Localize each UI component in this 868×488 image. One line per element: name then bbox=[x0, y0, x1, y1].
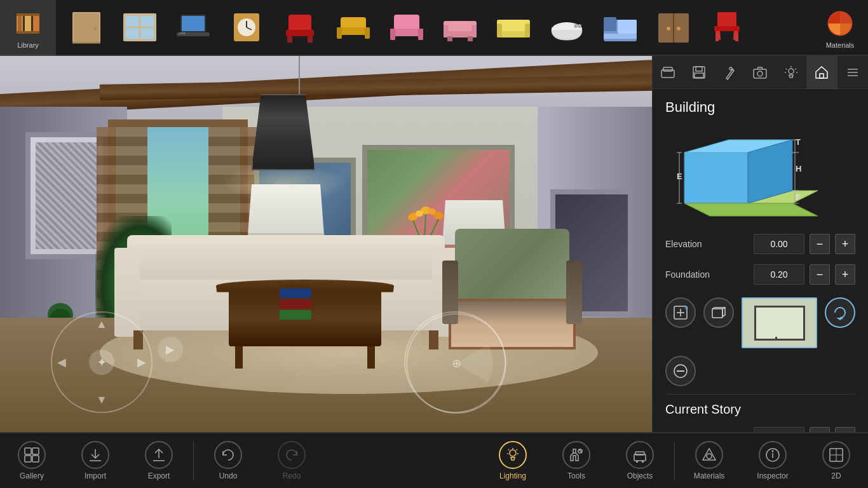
svg-marker-95 bbox=[684, 152, 748, 203]
nav-down-arrow[interactable]: ▼ bbox=[96, 393, 107, 407]
svg-rect-32 bbox=[390, 29, 395, 40]
slab-plus-button[interactable]: + bbox=[835, 427, 855, 432]
furniture-red-dining-chair[interactable] bbox=[702, 4, 752, 50]
svg-text:T: T bbox=[796, 137, 801, 147]
svg-rect-124 bbox=[25, 448, 31, 454]
svg-rect-3 bbox=[33, 13, 39, 34]
furniture-window[interactable] bbox=[114, 4, 165, 50]
panel-camera-icon[interactable] bbox=[745, 56, 775, 89]
import-button[interactable]: Import bbox=[64, 433, 127, 488]
svg-point-145 bbox=[707, 454, 712, 459]
materials-icon bbox=[822, 6, 858, 41]
2d-button[interactable]: 2D bbox=[804, 433, 868, 488]
svg-rect-4 bbox=[17, 31, 39, 34]
svg-marker-98 bbox=[684, 203, 818, 216]
undo-button[interactable]: Undo bbox=[196, 433, 260, 488]
foundation-row: Foundation − + bbox=[653, 259, 868, 290]
materials-button-bottom[interactable]: Materials bbox=[677, 433, 741, 488]
svg-rect-22 bbox=[288, 15, 311, 32]
svg-point-55 bbox=[677, 27, 681, 30]
furniture-wardrobe[interactable] bbox=[648, 4, 699, 50]
furniture-door[interactable] bbox=[61, 4, 112, 50]
view-3d-button[interactable] bbox=[703, 297, 734, 328]
svg-rect-33 bbox=[418, 29, 423, 40]
svg-text:+: + bbox=[684, 304, 688, 311]
separator-1 bbox=[193, 442, 194, 480]
gallery-button[interactable]: Gallery bbox=[0, 433, 64, 488]
materials-label: Materials bbox=[826, 41, 855, 49]
svg-rect-117 bbox=[712, 309, 722, 318]
svg-rect-36 bbox=[444, 25, 449, 37]
furniture-clock[interactable] bbox=[221, 4, 272, 50]
nav-joystick-right[interactable]: ⊕ bbox=[404, 311, 506, 413]
svg-rect-28 bbox=[337, 27, 342, 39]
objects-label: Objects bbox=[627, 471, 653, 480]
slab-minus-button[interactable]: − bbox=[810, 427, 830, 432]
svg-rect-80 bbox=[695, 73, 703, 78]
rotate-plan-button[interactable] bbox=[825, 297, 855, 328]
svg-rect-79 bbox=[696, 67, 702, 71]
furniture-red-chair[interactable] bbox=[275, 4, 325, 50]
svg-point-54 bbox=[667, 27, 670, 30]
objects-button[interactable]: Objects bbox=[608, 433, 672, 488]
nav-joystick-left[interactable]: ▲ ▼ ◀ ▶ ✦ bbox=[51, 311, 153, 413]
foundation-input[interactable] bbox=[754, 264, 804, 285]
room-scene: ▲ ▼ ◀ ▶ ✦ ▶ ⊕ bbox=[0, 56, 665, 432]
furniture-pink-sofa[interactable] bbox=[435, 4, 485, 50]
library-icon bbox=[10, 6, 46, 41]
add-story-above-button[interactable]: + bbox=[665, 297, 696, 328]
panel-list-icon[interactable] bbox=[837, 56, 868, 89]
svg-rect-77 bbox=[663, 67, 672, 71]
right-panel: Building T H E F bbox=[652, 56, 868, 432]
nav-right-arrow[interactable]: ▶ bbox=[137, 355, 146, 369]
lighting-button[interactable]: Lighting bbox=[481, 433, 545, 488]
svg-rect-8 bbox=[94, 27, 97, 30]
panel-home-icon[interactable] bbox=[806, 56, 837, 89]
floor-plan-preview[interactable] bbox=[742, 297, 817, 348]
furniture-bed[interactable] bbox=[595, 4, 646, 50]
elevation-minus-button[interactable]: − bbox=[810, 234, 830, 254]
panel-light-icon[interactable] bbox=[776, 56, 806, 89]
furniture-bathtub[interactable] bbox=[541, 4, 592, 50]
nav-left-arrow[interactable]: ◀ bbox=[57, 355, 66, 369]
svg-rect-37 bbox=[471, 25, 477, 37]
svg-line-86 bbox=[795, 69, 796, 70]
panel-save-icon[interactable] bbox=[683, 56, 714, 89]
nav-pan-arrow[interactable]: ▶ bbox=[158, 337, 183, 362]
export-button[interactable]: Export bbox=[127, 433, 191, 488]
undo-icon bbox=[214, 441, 242, 469]
furniture-yellow-armchair[interactable] bbox=[328, 4, 379, 50]
nav-center[interactable]: ✦ bbox=[89, 349, 114, 375]
foundation-plus-button[interactable]: + bbox=[835, 264, 855, 285]
svg-rect-126 bbox=[25, 456, 31, 462]
panel-paint-icon[interactable] bbox=[714, 56, 745, 89]
delete-story-button[interactable] bbox=[665, 356, 696, 386]
furniture-laptop[interactable] bbox=[168, 4, 219, 50]
slab-thickness-row: Slab Thickness − + bbox=[653, 422, 868, 432]
svg-rect-142 bbox=[635, 452, 644, 455]
svg-text:F: F bbox=[796, 193, 801, 202]
elevation-input[interactable] bbox=[754, 234, 804, 254]
svg-rect-144 bbox=[642, 461, 644, 463]
slab-input[interactable] bbox=[754, 427, 804, 432]
separator-2 bbox=[674, 442, 675, 480]
svg-rect-143 bbox=[636, 461, 638, 463]
svg-point-83 bbox=[757, 71, 763, 76]
materials-button[interactable]: Materials bbox=[812, 0, 868, 55]
materials-icon-bottom bbox=[695, 441, 723, 469]
furniture-scroll bbox=[56, 4, 812, 50]
svg-rect-29 bbox=[365, 27, 370, 39]
gallery-icon bbox=[18, 441, 46, 469]
main-3d-view[interactable]: ▲ ▼ ◀ ▶ ✦ ▶ ⊕ bbox=[0, 56, 665, 432]
foundation-label: Foundation bbox=[665, 269, 749, 280]
inspector-button[interactable]: Inspector bbox=[741, 433, 804, 488]
foundation-minus-button[interactable]: − bbox=[810, 264, 830, 285]
tools-button[interactable]: Tools bbox=[545, 433, 608, 488]
library-button[interactable]: Library bbox=[0, 0, 56, 55]
nav-up-arrow[interactable]: ▲ bbox=[96, 318, 107, 331]
furniture-yellow-sofa[interactable] bbox=[488, 4, 539, 50]
svg-rect-24 bbox=[287, 36, 292, 43]
panel-furniture-icon[interactable] bbox=[653, 56, 683, 89]
furniture-pink-chair[interactable] bbox=[381, 4, 432, 50]
elevation-plus-button[interactable]: + bbox=[835, 234, 855, 254]
